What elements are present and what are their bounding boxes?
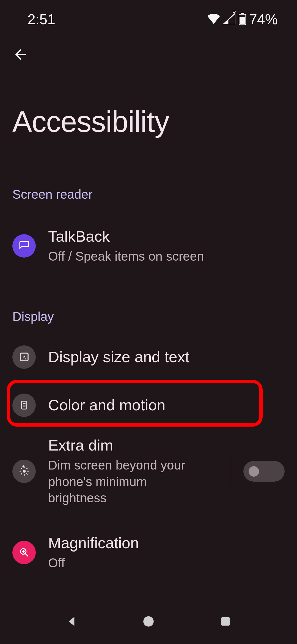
nav-back-button[interactable] xyxy=(59,610,84,634)
toggle-divider xyxy=(232,456,232,486)
navigation-bar xyxy=(0,600,297,644)
magnification-subtitle: Off xyxy=(48,555,285,571)
display-size-icon: A xyxy=(12,345,36,369)
svg-point-22 xyxy=(143,616,154,627)
color-motion-icon xyxy=(12,394,36,417)
color-motion-title: Color and motion xyxy=(48,396,285,414)
list-item-extra-dim[interactable]: Extra dim Dim screen beyond your phone's… xyxy=(0,433,297,510)
extra-dim-icon xyxy=(12,460,36,483)
extra-dim-toggle[interactable] xyxy=(243,461,285,482)
talkback-title: TalkBack xyxy=(48,227,285,245)
svg-line-16 xyxy=(21,474,21,474)
nav-home-icon xyxy=(142,615,155,629)
svg-line-21 xyxy=(25,553,28,556)
extra-dim-title: Extra dim xyxy=(48,436,221,454)
list-item-display-size[interactable]: A Display size and text xyxy=(0,339,297,375)
status-icons: R 74% xyxy=(207,11,278,28)
section-header-display: Display xyxy=(0,309,297,324)
svg-text:A: A xyxy=(22,354,26,361)
status-time: 2:51 xyxy=(28,11,55,28)
svg-line-17 xyxy=(26,468,27,469)
battery-icon xyxy=(239,13,246,26)
nav-home-button[interactable] xyxy=(136,610,161,634)
list-item-talkback[interactable]: TalkBack Off / Speak items on screen xyxy=(0,218,297,273)
list-item-color-motion[interactable]: Color and motion xyxy=(0,387,297,423)
svg-line-14 xyxy=(21,468,21,469)
list-item-magnification[interactable]: Magnification Off xyxy=(0,525,297,580)
toggle-knob xyxy=(249,466,259,477)
magnification-icon xyxy=(12,541,36,564)
wifi-icon xyxy=(207,13,220,25)
talkback-icon xyxy=(12,234,36,258)
svg-point-9 xyxy=(23,470,26,473)
status-battery-text: 74% xyxy=(249,11,278,28)
back-button[interactable] xyxy=(10,44,32,66)
nav-recent-icon xyxy=(219,615,232,629)
talkback-subtitle: Off / Speak items on screen xyxy=(48,248,285,265)
page-title: Accessibility xyxy=(12,105,285,139)
svg-rect-23 xyxy=(221,617,230,626)
display-size-title: Display size and text xyxy=(48,348,285,366)
section-header-screen-reader: Screen reader xyxy=(0,187,297,202)
nav-recent-button[interactable] xyxy=(213,610,238,634)
magnification-title: Magnification xyxy=(48,534,285,552)
nav-back-icon xyxy=(65,615,78,629)
status-bar: 2:51 R 74% xyxy=(0,0,297,30)
svg-line-15 xyxy=(26,474,27,474)
signal-icon: R xyxy=(223,13,235,25)
svg-rect-2 xyxy=(240,17,245,24)
back-arrow-icon xyxy=(13,47,29,64)
extra-dim-subtitle: Dim screen beyond your phone's minimum b… xyxy=(48,457,202,506)
